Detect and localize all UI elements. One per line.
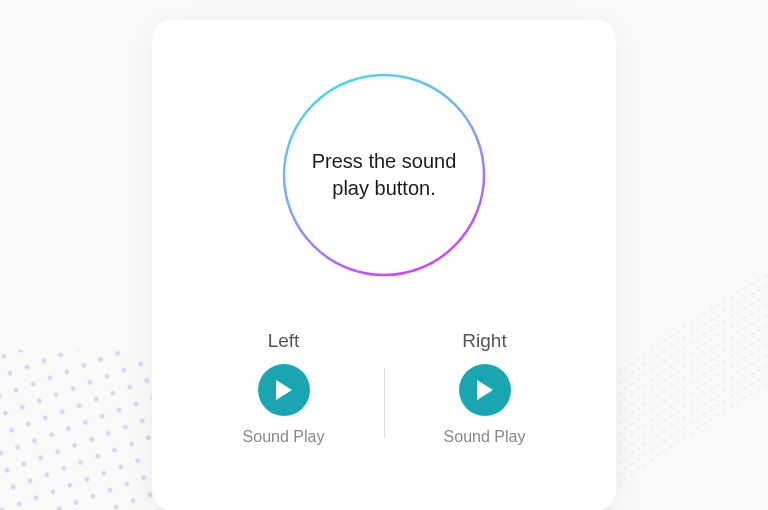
play-icon (274, 379, 294, 401)
channel-controls: Left Sound Play Right Sound Play (152, 330, 616, 446)
left-channel: Left Sound Play (184, 330, 384, 446)
right-play-button[interactable] (459, 364, 511, 416)
svg-rect-1 (0, 350, 160, 510)
left-play-button[interactable] (258, 364, 310, 416)
instruction-circle: Press the sound play button. (279, 70, 489, 280)
right-channel-label: Right (462, 330, 506, 352)
sound-test-card: Press the sound play button. Left Sound … (152, 20, 616, 510)
right-channel: Right Sound Play (385, 330, 585, 446)
instruction-text: Press the sound play button. (304, 148, 464, 202)
right-play-caption: Sound Play (444, 428, 526, 446)
decorative-dots-left (0, 350, 160, 510)
play-icon (475, 379, 495, 401)
left-channel-label: Left (268, 330, 300, 352)
left-play-caption: Sound Play (243, 428, 325, 446)
